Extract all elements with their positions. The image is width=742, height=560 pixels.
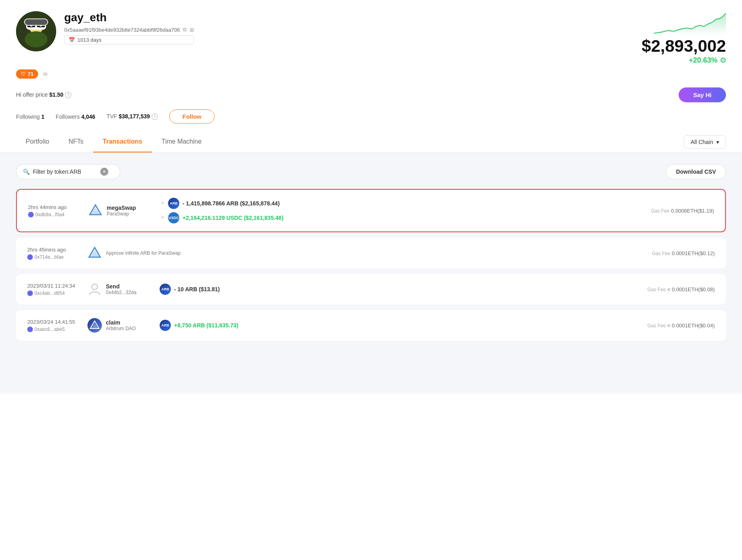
chain-icon xyxy=(27,254,33,260)
protocol-name: megaSwap xyxy=(107,205,136,211)
portfolio-value-section: $2,893,002 +20.63% ⊙ xyxy=(642,11,726,65)
protocol-desc: Approve infinite ARB for ParaSwap xyxy=(106,250,180,256)
chain-icon xyxy=(27,290,33,296)
svg-rect-9 xyxy=(25,19,47,25)
tx-hash: 0x714e...bfae xyxy=(27,254,79,260)
tvf-label: TVF xyxy=(107,113,117,120)
tab-time-machine[interactable]: Time Machine xyxy=(152,132,211,152)
svg-point-15 xyxy=(92,284,97,290)
portfolio-change-text: +20.63% xyxy=(689,56,718,65)
hi-offer-price: $1.50 xyxy=(49,91,63,98)
protocol-sub: Arbitrum DAO xyxy=(106,326,136,331)
days-count: 1013 days xyxy=(77,37,101,43)
mail-badge[interactable]: ✉ xyxy=(43,71,48,77)
profile-left: gay_eth 0x5aaaef91f93be4de932b8e7324abbf… xyxy=(16,11,194,51)
search-icon: 🔍 xyxy=(23,168,30,175)
tx-hash-text: 0xdb9a...f0a4 xyxy=(35,212,65,217)
transactions-list: 2hrs 44mins ago 0xdb9a...f0a4 mega xyxy=(16,189,726,345)
tx-protocol-col: Send 0x44b2...32da xyxy=(87,282,152,296)
download-csv-button[interactable]: Download CSV xyxy=(666,164,726,179)
tabs-bar: Portfolio NFTs Transactions Time Machine… xyxy=(0,132,742,153)
offer-row: Hi offer price $1.50 ? Say Hi xyxy=(0,83,742,106)
followers-count: 4,046 xyxy=(81,114,95,120)
social-row: ♡ 71 ✉ xyxy=(0,65,742,83)
gas-value: 0.0001ETH($0.12) xyxy=(672,250,715,256)
usdc-token-icon: USDC xyxy=(168,212,179,223)
protocol-info: Send 0x44b2...32da xyxy=(106,283,136,295)
tabs-list: Portfolio NFTs Transactions Time Machine xyxy=(16,132,211,152)
tx-hash: 0xaec6...abe5 xyxy=(27,327,79,332)
calendar-icon: 📅 xyxy=(69,37,75,43)
likes-badge[interactable]: ♡ 71 xyxy=(16,69,38,79)
tx-protocol-col: claim Arbitrum DAO xyxy=(87,318,152,333)
paraswap-icon xyxy=(87,246,102,260)
tx-time: 2023/03/24 14:41:55 xyxy=(27,319,79,325)
following-count: 1 xyxy=(41,114,45,120)
tx-hash-text: 0xaec6...abe5 xyxy=(34,327,65,332)
tx-gas-col: Gas Fee < 0.0001ETH($0.08) xyxy=(635,286,715,292)
tx-gas-col: Gas Fee 0.0001ETH($0.12) xyxy=(635,250,715,256)
arb-token-icon: ARB xyxy=(160,320,171,331)
protocol-info: Approve infinite ARB for ParaSwap xyxy=(106,250,180,256)
flag-icon: ⚑ xyxy=(160,215,165,221)
say-hi-button[interactable]: Say Hi xyxy=(679,87,726,102)
gas-value: 0.0006ETH($1.19) xyxy=(671,208,714,214)
sparkline-chart xyxy=(654,11,726,35)
protocol-sub: ParaSwap xyxy=(107,211,136,217)
paraswap-icon xyxy=(88,203,103,218)
following-row: Following 1 Followers 4,046 TVF $38,177,… xyxy=(0,106,742,132)
likes-count: 71 xyxy=(28,71,33,77)
wallet-address-row: 0x5aaaef91f93be4de932b8e7324abbf9f26daa7… xyxy=(64,26,194,33)
search-box: 🔍 ✕ xyxy=(16,164,120,179)
search-input[interactable] xyxy=(33,168,97,175)
tx-protocol-col: Approve infinite ARB for ParaSwap xyxy=(87,246,180,260)
profile-info: gay_eth 0x5aaaef91f93be4de932b8e7324abbf… xyxy=(64,11,194,45)
tvf-value: $38,177,539 xyxy=(119,113,150,120)
token-amount-out: - 1,415,898.7866 ARB ($2,165,878.44) xyxy=(182,200,280,207)
tx-hash: 0xc4ab...d854 xyxy=(27,290,79,296)
table-row: 2hrs 44mins ago 0xdb9a...f0a4 mega xyxy=(16,189,726,232)
portfolio-change: +20.63% ⊙ xyxy=(642,56,726,65)
arb-token-icon: ARB xyxy=(160,284,171,295)
chain-icon xyxy=(27,327,33,332)
tab-transactions[interactable]: Transactions xyxy=(93,132,152,152)
gas-label: Gas Fee xyxy=(647,287,666,292)
tab-nfts[interactable]: NFTs xyxy=(59,132,93,152)
following-label: Following xyxy=(16,114,40,120)
person-icon xyxy=(87,282,102,296)
chain-selector-label: All Chain xyxy=(691,139,713,145)
following-stat: Following 1 xyxy=(16,114,45,120)
heart-icon: ♡ xyxy=(21,71,26,77)
tx-tokens-col: ARB +8,750 ARB ($11,635.73) xyxy=(160,320,626,331)
wallet-address-text: 0x5aaaef91f93be4de932b8e7324abbf9f26daa7… xyxy=(64,27,180,33)
clear-search-button[interactable]: ✕ xyxy=(100,168,108,176)
gas-label: Gas Fee xyxy=(647,323,666,329)
tvf-stat: TVF $38,177,539 ? xyxy=(107,113,158,120)
username: gay_eth xyxy=(64,11,194,24)
token-amount-out: - 10 ARB ($13.81) xyxy=(174,286,220,292)
chevron-down-icon[interactable]: ⊙ xyxy=(720,56,726,65)
mail-icon: ✉ xyxy=(43,71,48,77)
tx-time: 2hrs 45mins ago xyxy=(27,247,79,253)
chain-selector[interactable]: All Chain ▾ xyxy=(684,135,726,149)
profile-section: gay_eth 0x5aaaef91f93be4de932b8e7324abbf… xyxy=(0,0,742,65)
protocol-name: claim xyxy=(106,319,136,326)
protocol-info: claim Arbitrum DAO xyxy=(106,319,136,331)
avatar xyxy=(16,11,56,51)
tx-tokens-col: ⚑ ARB - 1,415,898.7866 ARB ($2,165,878.4… xyxy=(160,198,626,223)
table-row: 2023/03/31 11:24:34 0xc4ab...d854 xyxy=(16,274,726,304)
qr-icon[interactable]: ⊞ xyxy=(190,27,194,33)
hi-offer-label: Hi offer price xyxy=(16,91,48,98)
offer-left: Hi offer price $1.50 ? xyxy=(16,91,71,99)
tab-portfolio[interactable]: Portfolio xyxy=(16,132,59,152)
copy-icon[interactable]: ⧉ xyxy=(183,26,187,33)
follow-button[interactable]: Follow xyxy=(169,110,215,124)
tx-gas-col: Gas Fee 0.0006ETH($1.19) xyxy=(634,207,714,214)
tx-tokens-col: ARB - 10 ARB ($13.81) xyxy=(160,284,626,295)
table-row: 2hrs 45mins ago 0x714e...bfae Appr xyxy=(16,238,726,268)
tx-time: 2023/03/31 11:24:34 xyxy=(27,283,79,289)
hi-offer-help-icon[interactable]: ? xyxy=(65,92,71,98)
tx-hash-text: 0x714e...bfae xyxy=(34,254,64,260)
tvf-help-icon[interactable]: ? xyxy=(152,114,158,120)
tx-time-col: 2hrs 45mins ago 0x714e...bfae xyxy=(27,247,79,260)
